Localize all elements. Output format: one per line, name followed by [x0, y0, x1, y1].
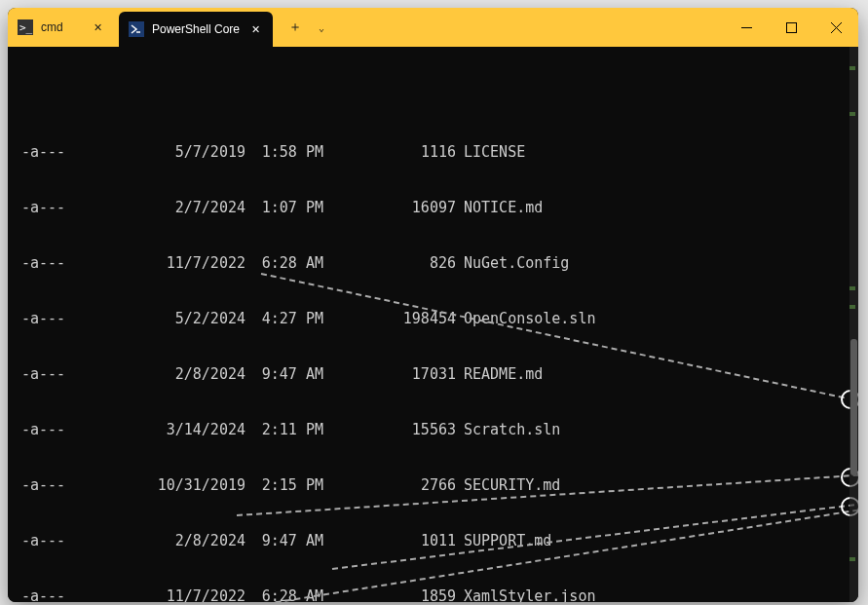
tab-cmd[interactable]: >_ cmd ✕	[8, 8, 115, 47]
tab-powershell[interactable]: PowerShell Core ✕	[119, 12, 273, 47]
list-item: -a---5/7/20191:58 PM1116LICENSE	[21, 143, 850, 162]
close-icon[interactable]: ✕	[247, 21, 263, 37]
svg-rect-4	[786, 22, 796, 32]
list-item: -a---2/8/20249:47 AM17031README.md	[21, 365, 850, 384]
powershell-icon	[129, 21, 144, 37]
svg-text:>_: >_	[19, 21, 33, 34]
window: >_ cmd ✕ PowerShell Core ✕ ＋ ⌄ -a---5/	[8, 8, 858, 602]
list-item: -a---5/2/20244:27 PM198454OpenConsole.sl…	[21, 310, 850, 328]
file-listing: -a---5/7/20191:58 PM1116LICENSE -a---2/7…	[21, 106, 850, 602]
window-controls	[724, 8, 858, 47]
list-item: -a---2/7/20241:07 PM16097NOTICE.md	[21, 199, 850, 217]
titlebar[interactable]: >_ cmd ✕ PowerShell Core ✕ ＋ ⌄	[8, 8, 858, 47]
scrollbar[interactable]	[849, 47, 858, 602]
list-item: -a---11/7/20226:28 AM826NuGet.Config	[21, 254, 850, 273]
tab-label: cmd	[41, 20, 82, 34]
list-item: -a---3/14/20242:11 PM15563Scratch.sln	[21, 421, 850, 439]
tab-label: PowerShell Core	[152, 22, 240, 36]
new-tab-button[interactable]: ＋	[279, 8, 312, 47]
scrollbar-thumb[interactable]	[850, 339, 857, 475]
close-icon[interactable]: ✕	[90, 19, 105, 35]
cmd-icon: >_	[18, 19, 33, 35]
terminal-viewport[interactable]: -a---5/7/20191:58 PM1116LICENSE -a---2/7…	[8, 47, 858, 602]
list-item: -a---2/8/20249:47 AM1011SUPPORT.md	[21, 532, 850, 550]
list-item: -a---11/7/20226:28 AM1859XamlStyler.json	[21, 587, 850, 602]
tab-dropdown-icon[interactable]: ⌄	[312, 8, 331, 47]
maximize-button[interactable]	[769, 8, 813, 47]
tabs-strip: >_ cmd ✕ PowerShell Core ✕ ＋ ⌄	[8, 8, 724, 47]
minimize-button[interactable]	[724, 8, 769, 47]
close-button[interactable]	[813, 8, 858, 47]
list-item: -a---10/31/20192:15 PM2766SECURITY.md	[21, 476, 850, 495]
